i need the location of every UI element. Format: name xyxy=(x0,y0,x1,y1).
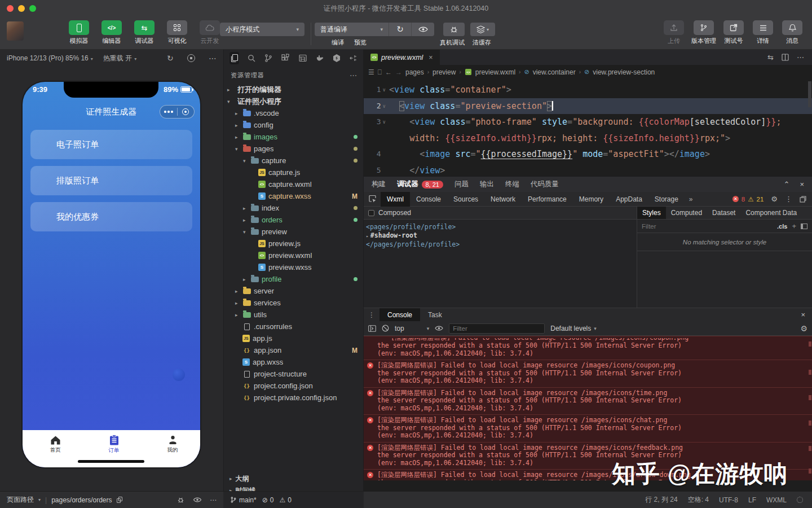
tree-item-project.config.json[interactable]: {}project.config.json xyxy=(224,380,364,392)
console-error[interactable]: ✕[渲染层网络层错误] Failed to load local image r… xyxy=(364,388,812,415)
toolbar-button-external[interactable]: 测试号 xyxy=(722,20,745,45)
debug-tab-代码质量[interactable]: 代码质量 xyxy=(531,179,559,189)
console-tab-task[interactable]: Task xyxy=(420,308,450,322)
path-label[interactable]: 页面路径 xyxy=(7,495,34,505)
styles-tab-component-data[interactable]: Component Data xyxy=(740,207,802,219)
breadcrumb-item-view.container[interactable]: view.container xyxy=(533,68,576,76)
outline-section[interactable]: ▸大纲 xyxy=(224,473,364,484)
avatar[interactable] xyxy=(7,21,24,41)
toolbar-button-bell[interactable]: 消息 xyxy=(780,20,804,45)
forward-icon[interactable]: → xyxy=(395,68,402,76)
toolbar-button-upload[interactable]: 上传 xyxy=(662,20,686,45)
console-error[interactable]: ✕[渲染层网络层错误] Failed to load local image r… xyxy=(364,360,812,388)
tab-item-首页[interactable]: 首页 xyxy=(33,435,78,454)
compile-button[interactable]: ↻ xyxy=(389,23,412,36)
debug-tab-问题[interactable]: 问题 xyxy=(454,179,469,189)
console-settings-icon[interactable]: ⚙ xyxy=(800,324,807,333)
console-error[interactable]: ✕[渲染层网络层错误] Failed to load local image r… xyxy=(364,415,812,443)
compare-icon[interactable]: ⇆ xyxy=(767,53,774,62)
back-icon[interactable]: ← xyxy=(385,68,392,76)
close-capsule-icon[interactable] xyxy=(178,108,195,115)
eye-icon[interactable] xyxy=(193,497,202,503)
breadcrumb-item-view.preview-section[interactable]: view.preview-section xyxy=(593,68,655,76)
debug-tab-调试器[interactable]: 调试器8, 21 xyxy=(397,179,443,189)
fold-icon[interactable]: ∨ xyxy=(383,114,386,130)
warning-count[interactable]: 21 xyxy=(757,196,764,203)
tree-item-capture[interactable]: ▾capture xyxy=(224,155,364,167)
code-editor[interactable]: 1∨<view class="container">2∨ <view class… xyxy=(364,79,812,176)
editor-scrollbar[interactable] xyxy=(807,79,812,176)
console-error-partial[interactable]: [渲染层网络层错误] Failed to load local image re… xyxy=(364,336,812,360)
console-tab-console[interactable]: Console xyxy=(379,308,420,322)
tab-overflow-icon[interactable]: » xyxy=(685,195,698,203)
list-icon[interactable]: ☰ xyxy=(368,68,374,76)
git-branch[interactable]: main* xyxy=(230,496,257,504)
toolbar-button-details[interactable]: 详情 xyxy=(751,20,775,45)
layout-icon[interactable] xyxy=(298,52,307,64)
tab-item-我的[interactable]: 我的 xyxy=(150,435,195,454)
tree-item-project-structure[interactable]: project-structure xyxy=(224,368,364,380)
add-style-icon[interactable]: + xyxy=(792,222,796,230)
composed-checkbox[interactable] xyxy=(368,210,374,216)
tree-item-证件照小程序[interactable]: ▾证件照小程序 xyxy=(224,95,364,107)
devtools-tab-appdata[interactable]: AppData xyxy=(610,192,648,207)
tree-item-preview.wxml[interactable]: <>preview.wxml xyxy=(224,249,364,261)
hot-reload-toggle[interactable]: 热重载 开▾ xyxy=(103,54,136,63)
dom-close-tag[interactable]: </pages/profile/profile> xyxy=(366,240,634,249)
devtools-tab-wxml[interactable]: Wxml xyxy=(381,192,410,207)
clear-console-icon[interactable] xyxy=(382,325,389,332)
tree-item-orders[interactable]: ▸orders xyxy=(224,214,364,226)
more-menu-icon[interactable] xyxy=(160,111,177,113)
bookmark-icon[interactable]: ⎕ xyxy=(378,68,382,76)
status-item-空格: 4[interactable]: 空格: 4 xyxy=(688,495,709,505)
close-console-icon[interactable]: × xyxy=(801,310,812,319)
split-editor-icon[interactable] xyxy=(782,54,789,61)
device-selector[interactable]: iPhone 12/13 (Pro) 85% 16▾ xyxy=(7,54,93,62)
tree-item-capture.wxss[interactable]: Scapture.wxssM xyxy=(224,190,364,202)
debug-tab-构建[interactable]: 构建 xyxy=(372,179,386,189)
devtools-tab-console[interactable]: Console xyxy=(410,192,447,207)
simulator-more-icon[interactable]: ⋯ xyxy=(209,54,217,63)
breadcrumb-item-preview[interactable]: preview xyxy=(433,68,456,76)
dom-shadow-root[interactable]: ▸#shadow-root xyxy=(366,231,634,240)
page-path[interactable]: pages/orders/orders xyxy=(51,496,112,504)
explorer-more-icon[interactable]: ⋯ xyxy=(350,71,358,80)
debug-icon[interactable] xyxy=(176,496,185,504)
toolbar-button-branch[interactable]: 版本管理 xyxy=(691,20,716,45)
dom-tree[interactable]: <pages/profile/profile> ▸#shadow-root </… xyxy=(364,220,637,252)
tree-item-app.json[interactable]: {}app.jsonM xyxy=(224,344,364,356)
toolbar-button-cloud[interactable]: 云开发 xyxy=(196,20,223,45)
tab-item-订单[interactable]: 订单 xyxy=(91,435,136,454)
problems-warnings[interactable]: ⚠0 xyxy=(279,496,291,504)
more-actions-icon[interactable]: ⋯ xyxy=(797,53,804,62)
tree-item-server[interactable]: ▸server xyxy=(224,285,364,297)
simulator-stop-icon[interactable] xyxy=(187,54,195,62)
tree-item-project.private.config.json[interactable]: {}project.private.config.json xyxy=(224,392,364,404)
live-expression-icon[interactable] xyxy=(435,325,443,331)
simulator-refresh-icon[interactable]: ↻ xyxy=(167,54,174,63)
tree-item-打开的编辑器[interactable]: ▸打开的编辑器 xyxy=(224,84,364,95)
status-item-WXML[interactable]: WXML xyxy=(766,496,787,504)
miniprogram-button-排版照订单[interactable]: 排版照订单 xyxy=(30,166,192,195)
clear-cache-button[interactable]: ▾ xyxy=(470,23,495,36)
source-control-icon[interactable] xyxy=(264,52,273,64)
tree-item-utils[interactable]: ▸utils xyxy=(224,309,364,321)
tree-item-preview.wxss[interactable]: Spreview.wxss xyxy=(224,261,364,273)
status-item-行 2, 列 24[interactable]: 行 2, 列 24 xyxy=(645,495,677,505)
tree-item-profile[interactable]: ▸profile xyxy=(224,273,364,285)
sidebar-toggle-icon[interactable] xyxy=(801,224,807,229)
console-filter-input[interactable] xyxy=(449,323,545,334)
devtools-tab-performance[interactable]: Performance xyxy=(522,192,573,207)
console-menu-icon[interactable]: ⋮ xyxy=(364,311,379,319)
styles-tab-computed[interactable]: Computed xyxy=(666,207,707,219)
miniprogram-button-电子照订单[interactable]: 电子照订单 xyxy=(30,130,192,159)
toolbar-button-visual[interactable]: 可视化 xyxy=(164,20,191,45)
collapse-icon[interactable]: ⌃ xyxy=(784,180,790,189)
debug-tab-输出[interactable]: 输出 xyxy=(480,179,494,189)
compile-select[interactable]: 普通编译 ▾ xyxy=(315,23,389,36)
tree-item-config[interactable]: ▸config xyxy=(224,119,364,131)
inspect-element-icon[interactable] xyxy=(364,195,381,203)
copy-icon[interactable] xyxy=(117,497,122,503)
context-selector[interactable]: top▾ xyxy=(395,325,429,332)
undock-icon[interactable] xyxy=(800,196,806,203)
